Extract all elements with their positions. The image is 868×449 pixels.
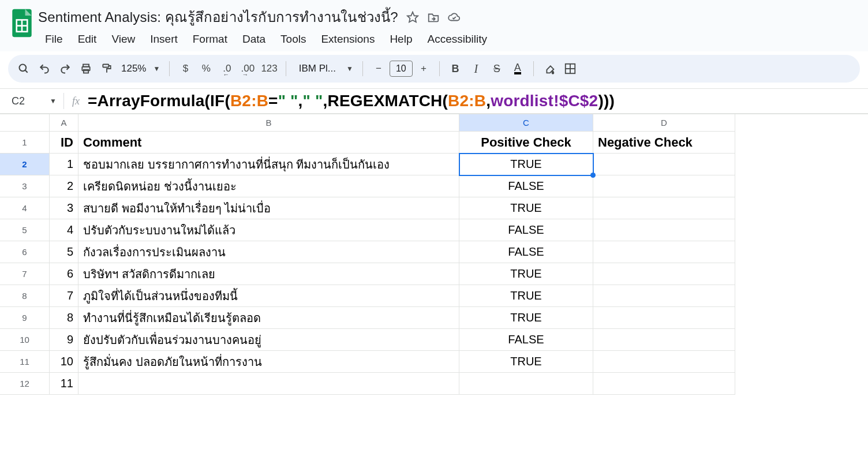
undo-icon[interactable] (35, 59, 54, 78)
column-header-D[interactable]: D (593, 114, 735, 132)
cell-D8[interactable] (593, 285, 735, 307)
cell-C6[interactable]: FALSE (459, 241, 593, 263)
redo-icon[interactable] (55, 59, 75, 78)
cell-C2[interactable]: TRUE (459, 154, 593, 175)
column-header-A[interactable]: A (50, 114, 78, 132)
cell-D12[interactable] (593, 373, 735, 395)
increase-decimal-button[interactable]: .00→ (238, 59, 257, 78)
row-header-1[interactable]: 1 (0, 132, 50, 154)
name-box[interactable]: C2 ▼ (0, 95, 63, 107)
menu-help[interactable]: Help (383, 31, 419, 48)
cell-A12[interactable]: 11 (50, 373, 78, 395)
cell-B12[interactable] (78, 373, 459, 395)
fx-icon[interactable]: fx (64, 95, 88, 107)
selection-handle[interactable] (590, 173, 596, 178)
menu-tools[interactable]: Tools (274, 31, 313, 48)
row-header-3[interactable]: 3 (0, 175, 50, 197)
increase-font-button[interactable]: + (414, 59, 433, 78)
menu-insert[interactable]: Insert (143, 31, 185, 48)
row-header-5[interactable]: 5 (0, 219, 50, 241)
menu-data[interactable]: Data (235, 31, 272, 48)
font-size-input[interactable]: 10 (390, 61, 413, 77)
move-icon[interactable] (427, 11, 440, 24)
row-header-12[interactable]: 12 (0, 373, 50, 395)
cell-B3[interactable]: เครียดนิดหน่อย ช่วงนี้งานเยอะ (78, 175, 459, 197)
cell-B2[interactable]: ชอบมากเลย บรรยากาศการทำงานที่นี่สนุก ทีม… (78, 154, 459, 175)
cell-C5[interactable]: FALSE (459, 219, 593, 241)
row-header-2[interactable]: 2 (0, 154, 50, 175)
cell-B4[interactable]: สบายดี พอมีงานให้ทำเรื่อยๆ ไม่น่าเบื่อ (78, 197, 459, 219)
select-all-corner[interactable] (0, 114, 50, 132)
cell-D5[interactable] (593, 219, 735, 241)
cell-C12[interactable] (459, 373, 593, 395)
fill-color-button[interactable] (540, 59, 559, 78)
row-header-7[interactable]: 7 (0, 263, 50, 285)
cell-A5[interactable]: 4 (50, 219, 78, 241)
cell-C7[interactable]: TRUE (459, 263, 593, 285)
paint-format-icon[interactable] (97, 59, 117, 78)
menu-file[interactable]: File (38, 31, 70, 48)
text-color-button[interactable]: A (508, 59, 527, 78)
row-header-4[interactable]: 4 (0, 197, 50, 219)
cell-D3[interactable] (593, 175, 735, 197)
search-icon[interactable] (14, 59, 33, 78)
menu-accessibility[interactable]: Accessibility (420, 31, 493, 48)
bold-button[interactable]: B (446, 59, 465, 78)
column-header-C[interactable]: C (459, 114, 593, 132)
cell-C8[interactable]: TRUE (459, 285, 593, 307)
cell-C3[interactable]: FALSE (459, 175, 593, 197)
cell-B7[interactable]: บริษัทฯ สวัสดิการดีมากเลย (78, 263, 459, 285)
cell-D9[interactable] (593, 307, 735, 329)
cell-C9[interactable]: TRUE (459, 307, 593, 329)
cell-C1[interactable]: Positive Check (459, 132, 593, 154)
cell-B6[interactable]: กังวลเรื่องการประเมินผลงาน (78, 241, 459, 263)
decrease-decimal-button[interactable]: .0← (217, 59, 237, 78)
cell-A2[interactable]: 1 (50, 154, 78, 175)
column-header-B[interactable]: B (78, 114, 459, 132)
cell-C4[interactable]: TRUE (459, 197, 593, 219)
print-icon[interactable] (76, 59, 96, 78)
cell-A6[interactable]: 5 (50, 241, 78, 263)
row-header-11[interactable]: 11 (0, 351, 50, 373)
formula-input[interactable]: =ArrayFormula(IF(B2:B=" "," ",REGEXMATCH… (88, 92, 615, 110)
borders-button[interactable] (560, 59, 580, 78)
doc-title[interactable]: Sentiment Analysis: คุณรู้สึกอย่างไรกับก… (38, 6, 398, 28)
menu-extensions[interactable]: Extensions (314, 31, 381, 48)
italic-button[interactable]: I (466, 59, 486, 78)
app-logo[interactable] (6, 5, 38, 38)
cell-C11[interactable]: TRUE (459, 351, 593, 373)
cell-D10[interactable] (593, 329, 735, 351)
cell-B5[interactable]: ปรับตัวกับระบบงานใหม่ได้แล้ว (78, 219, 459, 241)
cell-D6[interactable] (593, 241, 735, 263)
cell-B9[interactable]: ทำงานที่นี่รู้สึกเหมือนได้เรียนรู้ตลอด (78, 307, 459, 329)
star-icon[interactable] (406, 11, 419, 24)
row-header-9[interactable]: 9 (0, 307, 50, 329)
cell-B8[interactable]: ภูมิใจที่ได้เป็นส่วนหนึ่งของทีมนี้ (78, 285, 459, 307)
currency-button[interactable]: $ (175, 59, 195, 78)
row-header-6[interactable]: 6 (0, 241, 50, 263)
cell-A4[interactable]: 3 (50, 197, 78, 219)
cell-A8[interactable]: 7 (50, 285, 78, 307)
row-header-10[interactable]: 10 (0, 329, 50, 351)
cell-A9[interactable]: 8 (50, 307, 78, 329)
decrease-font-button[interactable]: − (369, 59, 388, 78)
cell-A7[interactable]: 6 (50, 263, 78, 285)
percent-button[interactable]: % (196, 59, 216, 78)
cell-D7[interactable] (593, 263, 735, 285)
font-dropdown[interactable]: IBM Pl... ▼ (292, 63, 357, 74)
cell-B1[interactable]: Comment (78, 132, 459, 154)
cell-D4[interactable] (593, 197, 735, 219)
cell-A11[interactable]: 10 (50, 351, 78, 373)
strikethrough-button[interactable]: S (487, 59, 507, 78)
menu-view[interactable]: View (104, 31, 142, 48)
zoom-dropdown[interactable]: 125% ▼ (118, 63, 163, 74)
cell-D11[interactable] (593, 351, 735, 373)
spreadsheet-grid[interactable]: ABCD1IDCommentPositive CheckNegative Che… (0, 114, 868, 395)
menu-edit[interactable]: Edit (71, 31, 104, 48)
cloud-status-icon[interactable] (448, 11, 461, 24)
cell-B10[interactable]: ยังปรับตัวกับเพื่อนร่วมงานบางคนอยู่ (78, 329, 459, 351)
menu-format[interactable]: Format (186, 31, 234, 48)
cell-D2[interactable] (593, 154, 735, 175)
cell-C10[interactable]: FALSE (459, 329, 593, 351)
number-format-button[interactable]: 123 (259, 59, 279, 78)
